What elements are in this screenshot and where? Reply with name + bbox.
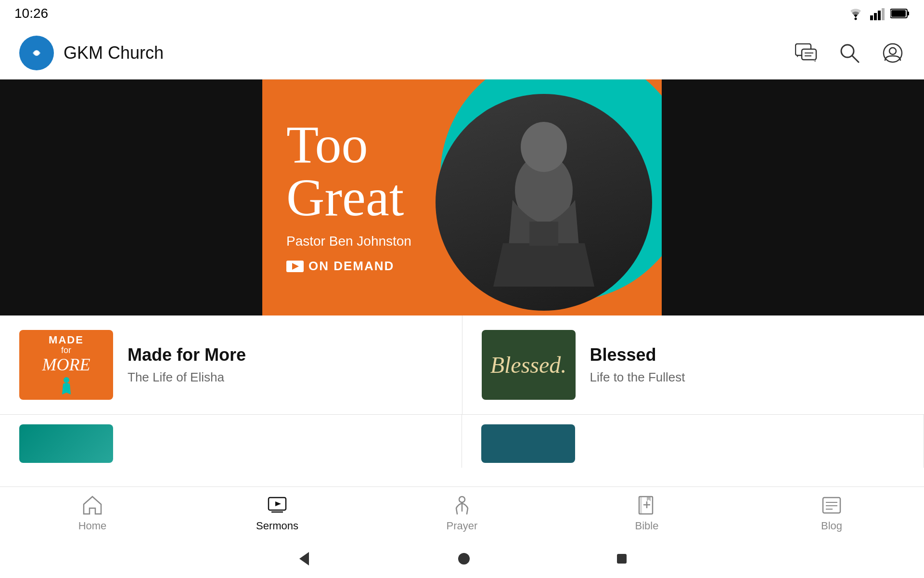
svg-rect-29 [640, 497, 642, 514]
chat-icon [795, 43, 817, 63]
blessed-logo: Blessed. [490, 352, 567, 378]
svg-rect-20 [529, 222, 558, 246]
status-icons [847, 7, 910, 20]
signal-icon [870, 7, 885, 20]
prayer-icon [451, 495, 473, 516]
home-button[interactable] [457, 552, 471, 565]
nav-item-prayer[interactable]: Prayer [370, 495, 554, 532]
svg-point-27 [459, 497, 465, 502]
nav-label-prayer: Prayer [447, 520, 478, 532]
svg-rect-4 [882, 8, 885, 20]
made-figure-icon [59, 376, 74, 395]
series-row-1: MADE for MORE Made for More The Life of … [0, 315, 924, 415]
svg-marker-34 [299, 552, 309, 565]
svg-rect-11 [802, 49, 816, 60]
nav-label-sermons: Sermons [256, 520, 298, 532]
on-demand-label: ON DEMAND [308, 259, 394, 274]
nav-item-bible[interactable]: Bible [554, 495, 739, 532]
bottom-nav: Home Sermons Prayer [0, 486, 924, 539]
blog-icon [821, 495, 842, 516]
play-icon [288, 262, 302, 271]
battery-icon [890, 8, 910, 19]
church-logo[interactable] [19, 36, 54, 70]
series-grid: MADE for MORE Made for More The Life of … [0, 315, 924, 468]
series-row-partial [0, 415, 924, 468]
svg-point-9 [34, 51, 39, 55]
hero-content: TooGreat Pastor Ben Johnston ON DEMAND [262, 79, 662, 315]
on-demand-icon [286, 261, 304, 272]
hero-banner[interactable]: TooGreat Pastor Ben Johnston ON DEMAND [0, 79, 924, 315]
bible-icon [636, 495, 657, 516]
svg-marker-21 [292, 263, 299, 270]
recents-button[interactable] [615, 552, 629, 565]
profile-icon [883, 43, 903, 63]
nav-item-home[interactable]: Home [0, 495, 185, 532]
logo-icon [26, 42, 47, 64]
chat-button[interactable] [794, 41, 818, 65]
app-header: GKM Church [0, 26, 924, 79]
svg-point-19 [521, 122, 567, 172]
series-item-blessed[interactable]: Blessed. Blessed Life to the Fullest [462, 315, 924, 414]
hero-text-block: TooGreat Pastor Ben Johnston ON DEMAND [286, 118, 411, 274]
search-button[interactable] [837, 41, 861, 65]
svg-point-0 [855, 17, 857, 20]
series-info-made-for-more: Made for More The Life of Elisha [128, 345, 246, 385]
series-partial-thumb-1 [19, 424, 113, 463]
series-info-blessed: Blessed Life to the Fullest [590, 345, 685, 385]
made-logo: MADE for MORE [42, 334, 90, 396]
hero-badge: ON DEMAND [286, 259, 411, 274]
system-nav [0, 539, 924, 578]
hero-speaker-photo [436, 94, 652, 311]
series-partial-thumb-2 [481, 424, 575, 463]
status-bar: 10:26 [0, 0, 924, 26]
svg-rect-2 [874, 13, 877, 20]
sermons-icon [267, 495, 288, 516]
wifi-icon [847, 7, 864, 20]
back-button[interactable] [295, 550, 313, 567]
hero-title: TooGreat [286, 118, 411, 224]
series-item-made-for-more[interactable]: MADE for MORE Made for More The Life of … [0, 315, 462, 414]
svg-line-15 [852, 56, 859, 62]
nav-label-blog: Blog [821, 520, 842, 532]
hero-pastor: Pastor Ben Johnston [286, 234, 411, 249]
series-subtitle-made-for-more: The Life of Elisha [128, 370, 246, 385]
header-actions [794, 41, 905, 65]
nav-label-bible: Bible [635, 520, 659, 532]
search-icon [839, 43, 860, 63]
header-brand: GKM Church [19, 36, 164, 70]
series-partial-item-2[interactable] [462, 415, 924, 468]
svg-rect-6 [907, 12, 909, 15]
back-icon [295, 550, 313, 567]
svg-rect-3 [878, 11, 881, 20]
profile-button[interactable] [881, 41, 905, 65]
series-thumb-blessed: Blessed. [482, 330, 576, 400]
svg-point-17 [889, 48, 896, 54]
nav-item-sermons[interactable]: Sermons [185, 495, 370, 532]
svg-rect-36 [617, 554, 627, 564]
series-title-blessed: Blessed [590, 345, 685, 365]
svg-marker-25 [275, 501, 281, 506]
nav-label-home: Home [78, 520, 107, 532]
svg-point-35 [458, 553, 470, 565]
series-thumb-made-for-more: MADE for MORE [19, 330, 113, 400]
nav-item-blog[interactable]: Blog [739, 495, 924, 532]
svg-point-16 [884, 44, 902, 62]
recents-icon [615, 552, 629, 565]
series-title-made-for-more: Made for More [128, 345, 246, 365]
church-name: GKM Church [64, 43, 164, 63]
status-time: 10:26 [14, 6, 48, 21]
home-button-icon [457, 552, 471, 565]
home-icon [82, 495, 103, 516]
svg-point-22 [64, 377, 69, 383]
pastor-silhouette [440, 104, 647, 311]
series-partial-item-1[interactable] [0, 415, 462, 468]
svg-rect-7 [891, 10, 906, 17]
svg-rect-1 [870, 15, 873, 20]
series-subtitle-blessed: Life to the Fullest [590, 370, 685, 385]
